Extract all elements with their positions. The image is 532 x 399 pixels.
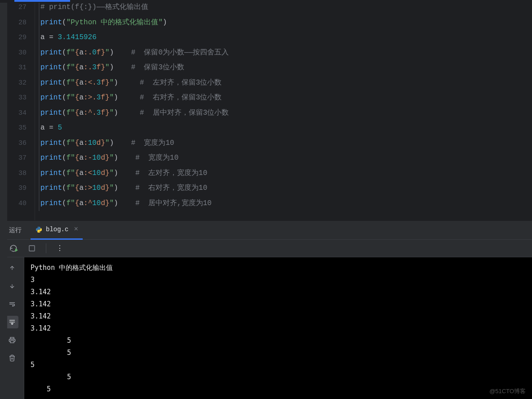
svg-rect-7 [10,337,14,339]
print-icon[interactable] [6,334,18,346]
close-tab-icon[interactable]: × [74,225,78,233]
code-line[interactable]: print(f"{a:.0f}") # 保留0为小数——按四舍五入 [39,45,532,61]
toolbar-separator [46,243,46,253]
code-line[interactable]: print(f"{a:-10d}") # 宽度为10 [39,151,532,166]
svg-rect-8 [10,341,14,343]
run-toolbar: ⋮ [0,239,532,257]
python-file-icon [35,226,42,233]
svg-rect-0 [29,246,35,251]
up-arrow-icon[interactable] [6,262,18,274]
code-line[interactable]: a = 5 [39,121,532,136]
run-label: 运行 [9,226,22,234]
code-line[interactable]: print(f"{a:<.3f}") # 左对齐，保留3位小数 [39,76,532,91]
rerun-icon[interactable] [9,243,19,253]
console-output[interactable]: Python 中的格式化输出值 3 3.142 3.142 3.142 3.14… [24,257,532,399]
scroll-to-end-icon[interactable] [6,316,18,328]
run-tool-window-header: 运行 blog.c × [0,220,532,239]
run-tab-blog[interactable]: blog.c × [31,221,83,240]
trash-icon[interactable] [6,352,18,364]
more-actions-icon[interactable]: ⋮ [55,243,65,253]
code-line[interactable]: print("Python 中的格式化输出值") [39,15,532,31]
code-editor[interactable]: 2728293031323334353637383940 # print(f{:… [0,0,532,220]
code-line[interactable]: print(f"{a:10d}") # 宽度为10 [39,136,532,151]
stop-icon[interactable] [27,243,37,253]
code-line[interactable]: print(f"{a:>10d}") # 右对齐，宽度为10 [39,181,532,196]
code-line[interactable]: print(f"{a:>.3f}") # 右对齐，保留3位小数 [39,90,532,106]
soft-wrap-icon[interactable] [6,298,18,310]
code-line[interactable]: print(f"{a:^10d}") # 居中对齐,宽度为10 [39,196,532,211]
run-output-area: Python 中的格式化输出值 3 3.142 3.142 3.142 3.14… [0,257,532,399]
code-line[interactable]: print(f"{a:^.3f}") # 居中对齐，保留3位小数 [39,106,532,121]
code-content[interactable]: # print(f{:})——格式化输出值print("Python 中的格式化… [35,0,532,220]
run-tab-label: blog.c [46,226,68,233]
code-line[interactable]: print(f"{a:<10d}") # 左对齐，宽度为10 [39,166,532,181]
left-tool-strip [0,0,7,399]
editor-tab-strip [0,0,532,3]
code-line[interactable]: a = 3.1415926 [39,30,532,45]
code-line[interactable]: print(f"{a:.3f}") # 保留3位小数 [39,60,532,76]
down-arrow-icon[interactable] [6,280,18,292]
watermark: @51CTO博客 [489,387,526,395]
active-tab-indicator [14,0,70,2]
